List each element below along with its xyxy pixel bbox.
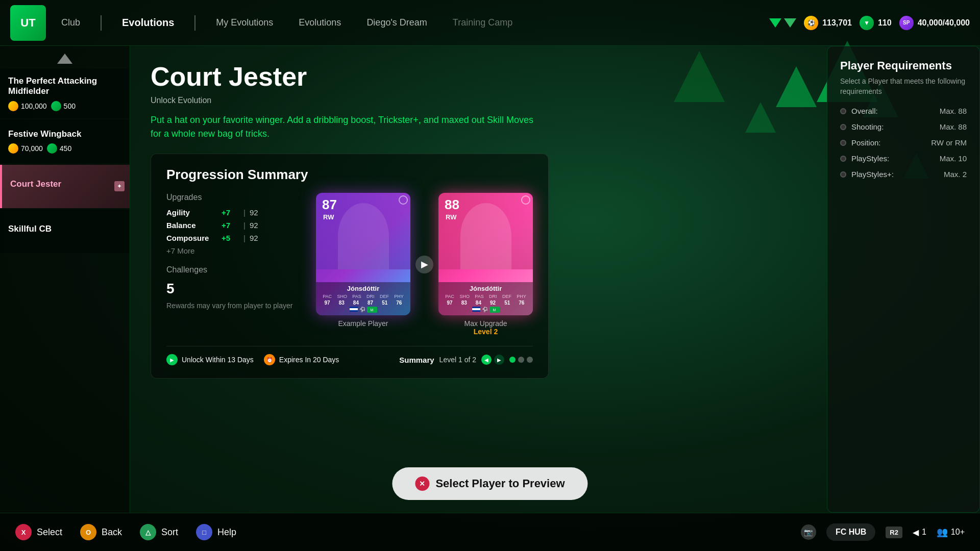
sidebar-item-court-jester[interactable]: Court Jester ✦ bbox=[0, 165, 130, 208]
challenges-count: 5 bbox=[166, 281, 306, 297]
max-player-card: 88 RW Jónsdóttir bbox=[438, 193, 533, 315]
max-player-wrapper: 88 RW Jónsdóttir bbox=[438, 193, 533, 336]
content-area: Court Jester Unlock Evolution Put a hat … bbox=[130, 46, 827, 513]
max-card-decor bbox=[521, 195, 530, 205]
nav-my-evolutions[interactable]: My Evolutions bbox=[211, 15, 278, 31]
challenges-label: Challenges bbox=[166, 265, 306, 274]
sidebar-item-festive-wingback[interactable]: Festive Wingback 70,000 450 bbox=[0, 120, 130, 163]
stat-composure: Composure +5 | 92 bbox=[166, 234, 306, 242]
stat-agility: Agility +7 | 92 bbox=[166, 208, 306, 217]
progression-footer: ▶ Unlock Within 13 Days ⏰ Expires In 20 … bbox=[166, 346, 533, 365]
unlock-icon: ▶ bbox=[166, 354, 178, 365]
o-button: O bbox=[80, 524, 96, 540]
nav-divider bbox=[101, 15, 102, 31]
unlock-days-item: ▶ Unlock Within 13 Days bbox=[166, 354, 254, 365]
cost-green-2: 450 bbox=[47, 143, 71, 154]
action-sort[interactable]: △ Sort bbox=[140, 524, 178, 540]
sidebar-item-perfect-midfielder[interactable]: The Perfect Attacking Midfielder 100,000… bbox=[0, 69, 130, 118]
req-position: Position: RW or RM bbox=[840, 138, 967, 147]
req-dot-shooting bbox=[840, 124, 846, 130]
max-card-label: Max Upgrade bbox=[438, 319, 533, 328]
main-content: The Perfect Attacking Midfielder 100,000… bbox=[0, 46, 980, 513]
points-icon: ▼ bbox=[860, 16, 874, 30]
sort-label: Sort bbox=[161, 527, 178, 538]
club-badge: M bbox=[367, 307, 377, 313]
dot-2 bbox=[518, 357, 524, 363]
example-rating: 87 bbox=[322, 198, 337, 211]
sp-icon: SP bbox=[899, 16, 914, 30]
x-button-icon: ✕ bbox=[415, 477, 429, 491]
nav-club[interactable]: Club bbox=[56, 15, 85, 31]
sidebar-scroll-up[interactable] bbox=[0, 51, 130, 69]
action-select[interactable]: X Select bbox=[15, 524, 62, 540]
nav-evolutions-tab[interactable]: Evolutions bbox=[293, 15, 346, 31]
requirements-subtitle: Select a Player that meets the following… bbox=[840, 77, 967, 96]
costs-festive: 70,000 450 bbox=[8, 143, 121, 154]
action-help[interactable]: □ Help bbox=[196, 524, 236, 540]
player-cards-area: 87 RW Jónsdóttir bbox=[316, 193, 533, 336]
fc-hub-label: FC HUB bbox=[836, 528, 866, 537]
requirements-title: Player Requirements bbox=[840, 59, 967, 72]
bottom-bar: X Select O Back △ Sort □ Help 📷 FC HUB R… bbox=[0, 513, 980, 551]
nav-evolutions-main[interactable]: Evolutions bbox=[117, 14, 179, 31]
help-label: Help bbox=[217, 527, 236, 538]
back-label: Back bbox=[102, 527, 122, 538]
camera-icon: 📷 bbox=[801, 524, 816, 540]
active-indicator: ✦ bbox=[114, 181, 125, 191]
card-decor-top-right bbox=[399, 195, 408, 205]
dot-3 bbox=[527, 357, 533, 363]
x-button: X bbox=[15, 524, 32, 540]
ut-logo: UT bbox=[10, 5, 46, 41]
stat-balance: Balance +7 | 92 bbox=[166, 221, 306, 230]
flag-iceland bbox=[350, 307, 358, 312]
coins-currency: ⚽ 113,701 bbox=[804, 16, 852, 30]
gold-icon-2 bbox=[8, 143, 18, 154]
vip-icon bbox=[769, 18, 796, 28]
footer-info: ▶ Unlock Within 13 Days ⏰ Expires In 20 … bbox=[166, 354, 339, 365]
nav-training-camp[interactable]: Training Camp bbox=[448, 15, 518, 31]
sidebar: The Perfect Attacking Midfielder 100,000… bbox=[0, 46, 130, 513]
example-card-label: Example Player bbox=[316, 319, 410, 328]
page-description: Put a hat on your favorite winger. Add a… bbox=[151, 113, 533, 141]
nav-diegos-dream[interactable]: Diego's Dream bbox=[361, 15, 432, 31]
nav-divider-2 bbox=[194, 15, 195, 31]
people-icon: 👥 bbox=[937, 527, 948, 538]
counter-badge: ◀ 1 bbox=[913, 528, 926, 537]
upgrades-label: Upgrades bbox=[166, 193, 306, 202]
next-arrow-button[interactable]: ▶ bbox=[415, 256, 433, 273]
progression-content: Upgrades Agility +7 | 92 Balance +7 | 92 bbox=[166, 193, 533, 336]
example-stats-labels: PAC SHO PAS DRI DEF PHY bbox=[320, 294, 406, 299]
sidebar-item-skillful-cb[interactable]: Skillful CB bbox=[0, 210, 130, 253]
fc-hub-button[interactable]: FC HUB bbox=[826, 523, 875, 541]
points-currency: ▼ 110 bbox=[860, 16, 892, 30]
req-playstyles: PlayStyles: Max. 10 bbox=[840, 154, 967, 163]
level-dots bbox=[509, 357, 533, 363]
green-icon-2 bbox=[47, 143, 57, 154]
req-dot-playstyles bbox=[840, 156, 846, 162]
sp-currency: SP 40,000/40,000 bbox=[899, 16, 970, 30]
top-nav: UT Club Evolutions My Evolutions Evoluti… bbox=[0, 0, 980, 46]
req-overall: Overall: Max. 88 bbox=[840, 107, 967, 115]
select-player-button[interactable]: ✕ Select Player to Preview bbox=[392, 467, 587, 500]
req-shooting: Shooting: Max. 88 bbox=[840, 122, 967, 131]
coins-icon: ⚽ bbox=[804, 16, 818, 30]
summary-label: Summary bbox=[399, 356, 434, 364]
unlock-label: Unlock Evolution bbox=[151, 96, 806, 105]
action-back[interactable]: O Back bbox=[80, 524, 122, 540]
progression-title: Progression Summary bbox=[166, 167, 533, 183]
expires-days-item: ⏰ Expires In 20 Days bbox=[264, 354, 339, 365]
level-text: Level 1 of 2 bbox=[439, 356, 476, 364]
max-stats-values: 97 83 84 92 51 76 bbox=[443, 300, 529, 306]
prog-stats: Upgrades Agility +7 | 92 Balance +7 | 92 bbox=[166, 193, 306, 336]
prev-level-btn[interactable]: ◀ bbox=[481, 355, 492, 365]
next-level-btn[interactable]: ▶ bbox=[494, 355, 504, 365]
green-icon bbox=[51, 101, 61, 111]
max-card-sublabel: Level 2 bbox=[438, 328, 533, 336]
rewards-note: Rewards may vary from player to player bbox=[166, 301, 306, 311]
example-position: RW bbox=[323, 213, 334, 221]
vip-arrow-1 bbox=[769, 18, 781, 28]
challenges-section: Challenges 5 bbox=[166, 265, 306, 297]
expires-icon: ⏰ bbox=[264, 354, 275, 365]
select-label: Select bbox=[37, 527, 62, 538]
req-dot-position bbox=[840, 140, 846, 146]
